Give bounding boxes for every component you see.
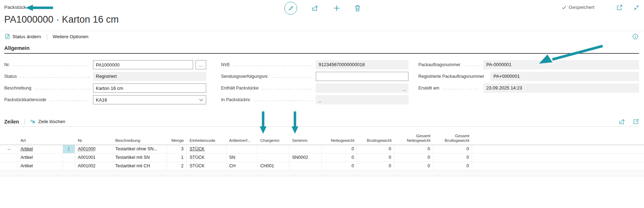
cell-gesamt-nettogewicht[interactable]: 0 [394,154,433,162]
packstueckkartencode-input[interactable] [93,95,206,104]
cell-einheitencode[interactable]: STÜCK [187,162,226,170]
cell-chargennr[interactable]: CH001 [257,162,289,170]
cell-menge[interactable]: 1 [167,154,187,162]
lines-section-title[interactable]: Zeilen [4,119,19,125]
field-registrierte-packauftragsnummer: Registrierte Packauftragsnummer PA+00000… [418,72,639,81]
field-nr: Nr. … [4,60,206,69]
field-in-packstuecknr: In Packstücknr. _ [221,95,408,104]
table-row: Artikel A001001 Testartikel mit SN 1 STÜ… [0,154,644,162]
divider [24,119,25,125]
col-einheitencode[interactable]: Einheitencode [187,138,226,145]
beschreibung-input[interactable] [93,83,206,93]
cell-einheitencode[interactable]: STÜCK [187,154,226,162]
cell-nr[interactable]: A001002 [75,162,112,170]
in-packstuecknr-label: In Packstücknr. [221,97,251,102]
cell-chargennr[interactable] [257,145,289,153]
table-row-selected: → Artikel ⋮ A001000 Testartikel ohne SN.… [0,145,644,154]
cell-einheitencode[interactable]: STÜCK [187,145,226,153]
cell-artikelverf[interactable]: CH [226,162,257,170]
cell-beschreibung[interactable]: Testartikel mit CH [112,162,167,170]
col-artikelverf[interactable]: Artikelverf... [226,138,257,145]
cell-menge[interactable]: 3 [167,145,187,153]
packauftragsnummer-value: PA-0000001 [483,60,639,69]
save-status: Gespeichert [562,5,594,10]
nr-input[interactable] [93,60,193,69]
cell-artikelverf[interactable]: SN [226,154,257,162]
cell-gesamt-nettogewicht[interactable]: 0 [394,162,433,170]
cell-seriennr[interactable]: SN0002 [289,154,322,162]
document-check-icon [5,34,10,39]
cell-seriennr[interactable] [289,145,322,153]
sendungsverfolgungsnr-input[interactable] [316,72,408,81]
cell-beschreibung[interactable]: Testartikel mit SN [112,154,167,162]
col-beschreibung[interactable]: Beschreibung [112,138,167,145]
cell-nettogewicht[interactable]: 0 [322,154,357,162]
breadcrumb[interactable]: Packstück [4,5,26,10]
col-chargennr[interactable]: Chargennr. [257,138,289,145]
more-options-button[interactable]: Weitere Optionen [53,34,88,39]
cell-gesamt-bruttogewicht[interactable]: 0 [433,154,472,162]
share-icon[interactable] [311,4,319,12]
registrierte-packauftragsnummer-label: Registrierte Packauftragsnummer [418,74,484,79]
delete-line-button[interactable]: Zeile löschen [30,119,65,124]
general-section-title[interactable]: Allgemein [4,45,30,51]
status-change-button[interactable]: Status ändern [5,34,41,39]
col-nr[interactable]: Nr. [75,138,112,145]
cell-bruttogewicht[interactable]: 0 [357,145,394,153]
col-nettogewicht[interactable]: Nettogewicht [322,138,357,145]
nve-value: 912345670000000018 [316,60,408,69]
cell-bruttogewicht[interactable]: 0 [357,154,394,162]
col-art[interactable]: Art [18,138,63,145]
nr-assist-edit-button[interactable]: … [196,60,206,69]
share-icon[interactable] [619,118,626,125]
packauftragsnummer-label: Packauftragsnummer [418,62,460,67]
cell-art[interactable]: Artikel [18,145,63,153]
cell-beschreibung[interactable]: Testartikel ohne SN... [112,145,167,153]
cell-menge[interactable]: 2 [167,162,187,170]
cell-gesamt-nettogewicht[interactable]: 0 [394,145,433,153]
field-packstueckkartencode: Packstückkartencode [4,95,206,104]
row-selector[interactable] [0,154,18,162]
add-icon[interactable] [333,5,340,12]
row-menu-icon[interactable]: ⋮ [63,145,75,153]
open-in-new-window-icon[interactable] [616,4,623,11]
divider [47,34,47,40]
field-status: Status Registriert [4,72,206,81]
focus-mode-icon[interactable] [633,119,639,125]
lines-table: Art Nr. Beschreibung Menge Einheitencode… [0,128,644,176]
status-change-label: Status ändern [12,34,41,39]
col-bruttogewicht[interactable]: Bruttogewicht [357,138,394,145]
col-gesamt-nettogewicht[interactable]: Gesamt Nettogewicht [394,134,433,145]
cell-nr[interactable]: A001000 [75,145,112,153]
cell-art[interactable]: Artikel [18,154,63,162]
in-packstuecknr-value[interactable]: _ [316,95,408,104]
enthaelt-packstuecke-value[interactable]: _ [316,83,408,93]
col-menge[interactable]: Menge [167,138,187,145]
row-selector[interactable]: → [0,145,18,153]
cell-nettogewicht[interactable]: 0 [322,145,357,153]
field-packauftragsnummer: Packauftragsnummer PA-0000001 [418,60,639,69]
col-seriennr[interactable]: Seriennr. [289,138,322,145]
cell-nr[interactable]: A001001 [75,154,112,162]
cell-art[interactable]: Artikel [18,162,63,170]
cell-gesamt-bruttogewicht[interactable]: 0 [433,162,472,170]
row-selector[interactable] [0,162,18,170]
edit-icon[interactable] [284,2,297,15]
nve-label: NVE [221,62,230,67]
check-icon [562,5,567,10]
erstellt-am-label: Erstellt am [418,86,439,91]
cell-nettogewicht[interactable]: 0 [322,162,357,170]
cell-bruttogewicht[interactable]: 0 [357,162,394,170]
cell-artikelverf[interactable] [226,145,257,153]
annotation-arrow-breadcrumb [25,4,53,11]
info-icon[interactable] [632,34,638,40]
field-beschreibung: Beschreibung [4,83,206,93]
cell-chargennr[interactable] [257,154,289,162]
collapse-icon[interactable] [633,4,640,11]
col-gesamt-bruttogewicht[interactable]: Gesamt Bruttogewicht [433,134,472,145]
delete-icon[interactable] [354,5,361,12]
cell-seriennr[interactable] [289,162,322,170]
row-menu-cell[interactable] [63,154,75,162]
cell-gesamt-bruttogewicht[interactable]: 0 [433,145,472,153]
row-menu-cell[interactable] [63,162,75,170]
